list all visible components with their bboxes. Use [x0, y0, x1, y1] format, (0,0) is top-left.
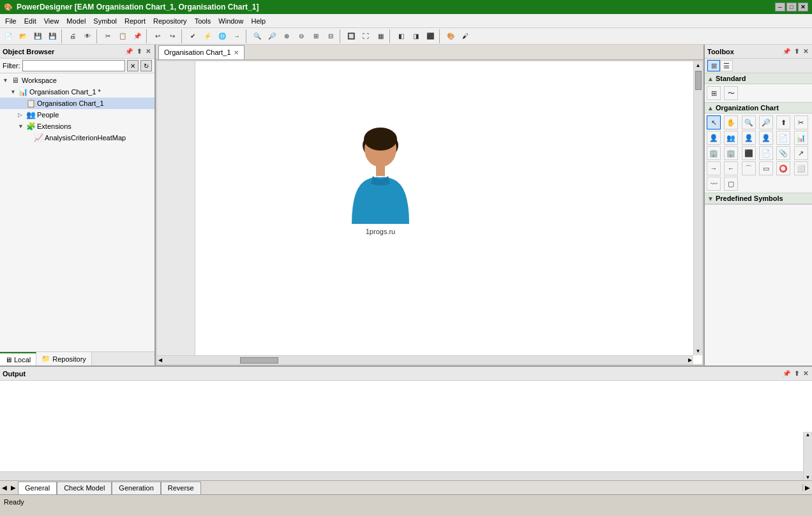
position-tool[interactable]: 👤 — [759, 131, 773, 145]
scroll-thumb-h[interactable] — [240, 357, 278, 364]
tree-model[interactable]: ▼ 📊 Organisation Chart_1 * — [0, 86, 154, 98]
tb-grid[interactable]: ⊟ — [324, 29, 338, 43]
tb-check[interactable]: ✔ — [186, 29, 200, 43]
zoom-out-tool[interactable]: 🔎 — [759, 115, 773, 129]
tb-full[interactable]: ⛶ — [359, 29, 373, 43]
zoom-in-tool[interactable]: 🔍 — [742, 115, 756, 129]
output-close-button[interactable]: ✕ — [802, 370, 809, 377]
toolbox-pin-button[interactable]: 📌 — [781, 48, 792, 55]
tree-people[interactable]: ▷ 👥 People — [0, 109, 154, 121]
hand-tool[interactable]: ✋ — [724, 115, 738, 129]
box-alt-tool[interactable]: ⬛ — [742, 146, 756, 160]
people-expand-arrow[interactable]: ▷ — [18, 112, 26, 118]
close-button[interactable]: ✕ — [798, 3, 808, 11]
org-unit-tool[interactable]: 🏢 — [707, 146, 721, 160]
doc-symbol-tool[interactable]: 📄 — [759, 146, 773, 160]
canvas-drawing-area[interactable]: 1progs.ru — [157, 61, 702, 364]
rounded-rect-tool[interactable]: ▢ — [724, 177, 738, 191]
scroll-arrow-down[interactable]: ▼ — [694, 347, 702, 355]
tb-copy[interactable]: 📋 — [116, 29, 130, 43]
ob-close-button[interactable]: ✕ — [144, 48, 152, 55]
tree-extensions[interactable]: ▼ 🧩 Extensions — [0, 121, 154, 132]
canvas-scrollbar-horizontal[interactable]: ◀ ▶ — [157, 355, 693, 364]
extensions-expand-arrow[interactable]: ▼ — [18, 123, 26, 129]
tb-save-all[interactable]: 💾 — [45, 29, 59, 43]
tb-redo[interactable]: ↪ — [165, 29, 179, 43]
tb-undo[interactable]: ↩ — [151, 29, 165, 43]
output-scrollbar-v[interactable]: ▲ ▼ — [803, 432, 812, 480]
tb-preview[interactable]: 👁 — [80, 29, 94, 43]
output-pin-button[interactable]: 📌 — [781, 370, 792, 377]
pointer-tool[interactable]: ↖ — [707, 115, 721, 129]
tb-new[interactable]: 📄 — [1, 29, 15, 43]
tb-right-align[interactable]: ◨ — [409, 29, 423, 43]
org-unit-alt-tool[interactable]: 🏢 — [724, 146, 738, 160]
ob-tab-repository[interactable]: 📁 Repository — [36, 352, 92, 365]
workspace-expand-arrow[interactable]: ▼ — [3, 77, 10, 84]
rect-tool[interactable]: ▭ — [759, 161, 773, 175]
tb-open[interactable]: 📂 — [16, 29, 30, 43]
rect-alt2-tool[interactable]: ⬜ — [794, 161, 808, 175]
zoom-fit-tool[interactable]: ⊞ — [707, 86, 721, 100]
menu-edit[interactable]: Edit — [20, 16, 40, 26]
bottom-tab-reverse[interactable]: Reverse — [161, 482, 201, 494]
canvas-tab-close-button[interactable]: ✕ — [234, 49, 239, 56]
tb-zoom-fit[interactable]: ⊞ — [309, 29, 323, 43]
maximize-button[interactable]: □ — [786, 3, 797, 11]
title-bar-controls[interactable]: ─ □ ✕ — [775, 3, 808, 11]
scroll-arrow-right[interactable]: ▶ — [687, 357, 693, 363]
scroll-thumb-v[interactable] — [695, 71, 702, 90]
bottom-tab-general[interactable]: General — [18, 482, 57, 494]
canvas-person[interactable]: 1progs.ru — [349, 125, 412, 235]
wave-line-tool[interactable]: 〰 — [707, 177, 721, 191]
curve-tool[interactable]: 〜 — [724, 86, 738, 100]
ob-float-button[interactable]: ⬆ — [135, 48, 143, 55]
menu-model[interactable]: Model — [63, 16, 89, 26]
ob-pin-button[interactable]: 📌 — [124, 48, 134, 55]
menu-file[interactable]: File — [1, 16, 20, 26]
tb-left-align[interactable]: ◧ — [394, 29, 408, 43]
tb-impact[interactable]: 🌐 — [215, 29, 229, 43]
output-float-button[interactable]: ⬆ — [793, 370, 801, 377]
tb-find2[interactable]: 🔎 — [265, 29, 279, 43]
output-scroll-up[interactable]: ▲ — [804, 432, 812, 438]
zoom-page-tool[interactable]: ⬆ — [776, 115, 790, 129]
scroll-arrow-up[interactable]: ▲ — [694, 61, 702, 70]
tb-zoom-in[interactable]: ⊕ — [280, 29, 294, 43]
menu-window[interactable]: Window — [214, 16, 247, 26]
toolbox-grid-view-button[interactable]: ⊞ — [707, 60, 720, 71]
toolbox-orgchart-header[interactable]: ▲ Organization Chart — [705, 103, 812, 114]
toolbox-standard-header[interactable]: ▲ Standard — [705, 73, 812, 84]
arrow-left-tool[interactable]: ← — [724, 161, 738, 175]
tb-paste[interactable]: 📌 — [130, 29, 144, 43]
tb-format[interactable]: 🎨 — [444, 29, 458, 43]
menu-view[interactable]: View — [40, 16, 63, 26]
person-role-tool[interactable]: 👤 — [742, 131, 756, 145]
minimize-button[interactable]: ─ — [775, 3, 785, 11]
arrow-right-tool[interactable]: → — [707, 161, 721, 175]
arrow-45-tool[interactable]: ↗ — [794, 146, 808, 160]
tree-diagram[interactable]: 📋 Organisation Chart_1 — [0, 98, 154, 109]
tree-analysis[interactable]: 📈 AnalysisCriterionHeatMap — [0, 132, 154, 144]
tb-arrow[interactable]: → — [230, 29, 244, 43]
output-scroll-down[interactable]: ▼ — [804, 475, 812, 480]
toolbox-list-view-button[interactable]: ☰ — [720, 60, 733, 71]
filter-clear-button[interactable]: ✕ — [127, 60, 139, 71]
scroll-arrow-left[interactable]: ◀ — [157, 357, 163, 363]
chart-symbol-tool[interactable]: 📊 — [794, 131, 808, 145]
model-expand-arrow[interactable]: ▼ — [10, 89, 18, 95]
tb-auto-layout[interactable]: ⬛ — [423, 29, 437, 43]
filter-refresh-button[interactable]: ↻ — [140, 60, 152, 71]
bottom-scroll-left[interactable]: ◀ — [0, 484, 9, 491]
canvas-scrollbar-vertical[interactable]: ▲ ▼ — [693, 61, 702, 355]
menu-repository[interactable]: Repository — [149, 16, 191, 26]
tb-save[interactable]: 💾 — [31, 29, 45, 43]
arc-tool[interactable]: ⌒ — [742, 161, 756, 175]
canvas-tab-main[interactable]: Organisation Chart_1 ✕ — [158, 45, 244, 59]
tb-gen[interactable]: ⚡ — [200, 29, 214, 43]
bottom-scroll-right[interactable]: ▶ — [9, 484, 18, 491]
toolbox-close-button[interactable]: ✕ — [802, 48, 809, 55]
scissors-tool[interactable]: ✂ — [794, 115, 808, 129]
tb-cut[interactable]: ✂ — [101, 29, 115, 43]
ellipse-tool[interactable]: ⭕ — [776, 161, 790, 175]
